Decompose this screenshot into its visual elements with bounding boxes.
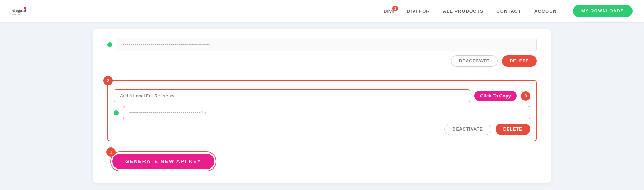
nav-item-account[interactable]: ACCOUNT (534, 9, 560, 14)
deactivate-button-1[interactable]: DEACTIVATE (451, 55, 498, 67)
nav-item-divi[interactable]: DIVI 1 (384, 9, 394, 14)
status-dot-1 (107, 42, 112, 47)
step-badge-1: 1 (106, 148, 116, 157)
main-content: DEACTIVATE DELETE 2 Click To Copy 3 (0, 22, 644, 190)
click-to-copy-button[interactable]: Click To Copy (474, 91, 517, 101)
logo-area: elegant themes (11, 5, 30, 18)
api-keys-card: DEACTIVATE DELETE 2 Click To Copy 3 (93, 29, 551, 183)
step-badge-2: 2 (103, 76, 113, 85)
elegant-themes-logo: elegant themes (11, 5, 29, 18)
my-downloads-button[interactable]: MY DOWNLOADS (573, 5, 633, 17)
generate-api-key-button[interactable]: GENERATE NEW API KEY (112, 154, 214, 169)
api-key-input-1[interactable] (117, 38, 537, 51)
nav-item-all-products[interactable]: ALL PRODUCTS (443, 9, 484, 14)
api-key-section-2: 2 Click To Copy 3 DEACTIVATE DELETE (107, 80, 537, 141)
section-divider (107, 74, 537, 74)
nav-item-divi-for[interactable]: DIVI FOR (407, 9, 430, 14)
svg-text:themes: themes (12, 13, 23, 16)
label-input[interactable] (114, 89, 470, 102)
nav-item-contact[interactable]: CONTACT (496, 9, 521, 14)
main-nav: DIVI 1 DIVI FOR ALL PRODUCTS CONTACT ACC… (384, 9, 560, 14)
generate-button-wrap: 1 GENERATE NEW API KEY (110, 151, 216, 171)
divi-badge: 1 (392, 6, 398, 11)
api-key-row-2 (114, 106, 530, 119)
label-input-wrap (114, 89, 470, 102)
step-badge-3: 3 (521, 91, 530, 101)
delete-button-2[interactable]: DELETE (496, 124, 530, 135)
actions-row-1: DEACTIVATE DELETE (107, 55, 537, 67)
delete-button-1[interactable]: DELETE (502, 55, 537, 67)
status-dot-2 (114, 110, 119, 115)
api-key-row-1 (107, 38, 537, 51)
header: elegant themes DIVI 1 DIVI FOR ALL PRODU… (0, 0, 644, 22)
actions-row-2: DEACTIVATE DELETE (114, 124, 530, 135)
generate-section: 1 GENERATE NEW API KEY (107, 151, 537, 171)
api-key-input-2[interactable] (123, 106, 530, 119)
label-row: Click To Copy 3 (114, 89, 530, 102)
deactivate-button-2[interactable]: DEACTIVATE (444, 124, 491, 135)
